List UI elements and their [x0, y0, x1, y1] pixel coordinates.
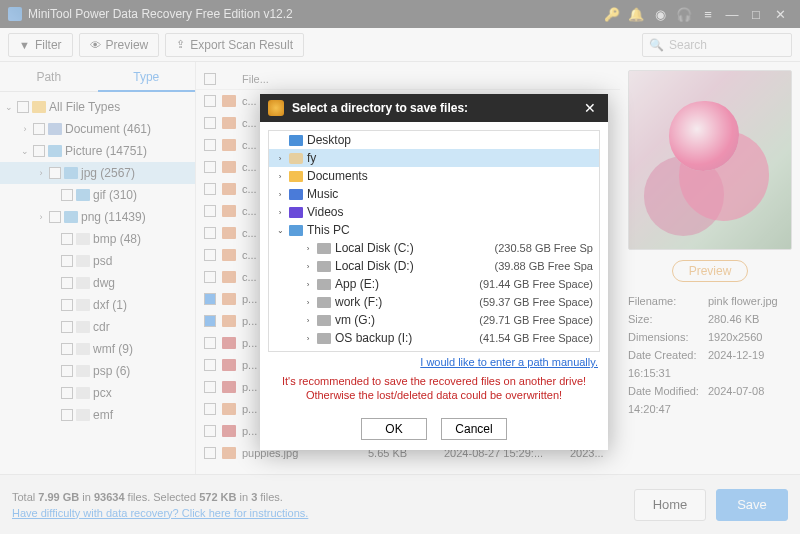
dir-documents[interactable]: ›Documents: [269, 167, 599, 185]
dir-thispc[interactable]: ⌄This PC: [269, 221, 599, 239]
drive-icon: [317, 315, 331, 326]
pc-icon: [289, 225, 303, 236]
dir-music[interactable]: ›Music: [269, 185, 599, 203]
manual-path-link[interactable]: I would like to enter a path manually.: [268, 352, 600, 372]
drive-icon: [317, 261, 331, 272]
folder-icon: [289, 171, 303, 182]
directory-tree: Desktop ›fy ›Documents ›Music ›Videos ⌄T…: [268, 130, 600, 352]
save-directory-modal: Select a directory to save files: ✕ Desk…: [260, 94, 608, 450]
dir-drive[interactable]: ›work (F:)(59.37 GB Free Space): [269, 293, 599, 311]
modal-close-icon[interactable]: ✕: [580, 100, 600, 116]
drive-icon: [317, 333, 331, 344]
user-icon: [289, 153, 303, 164]
modal-warning: It's recommended to save the recovered f…: [268, 372, 600, 410]
dir-drive[interactable]: ›Local Disk (C:)(230.58 GB Free Sp: [269, 239, 599, 257]
modal-header: Select a directory to save files: ✕: [260, 94, 608, 122]
dir-drive[interactable]: ›App (E:)(91.44 GB Free Space): [269, 275, 599, 293]
dir-drive[interactable]: ›OS backup (I:)(41.54 GB Free Space): [269, 329, 599, 347]
drive-icon: [317, 297, 331, 308]
dir-fy[interactable]: ›fy: [269, 149, 599, 167]
modal-ok-button[interactable]: OK: [361, 418, 427, 440]
dir-videos[interactable]: ›Videos: [269, 203, 599, 221]
dir-drive[interactable]: ›Local Disk (D:)(39.88 GB Free Spa: [269, 257, 599, 275]
drive-icon: [317, 243, 331, 254]
music-icon: [289, 189, 303, 200]
desktop-icon: [289, 135, 303, 146]
video-icon: [289, 207, 303, 218]
drive-icon: [317, 279, 331, 290]
modal-icon: [268, 100, 284, 116]
dir-drive[interactable]: ›vm (G:)(29.71 GB Free Space): [269, 311, 599, 329]
dir-desktop[interactable]: Desktop: [269, 131, 599, 149]
modal-cancel-button[interactable]: Cancel: [441, 418, 507, 440]
